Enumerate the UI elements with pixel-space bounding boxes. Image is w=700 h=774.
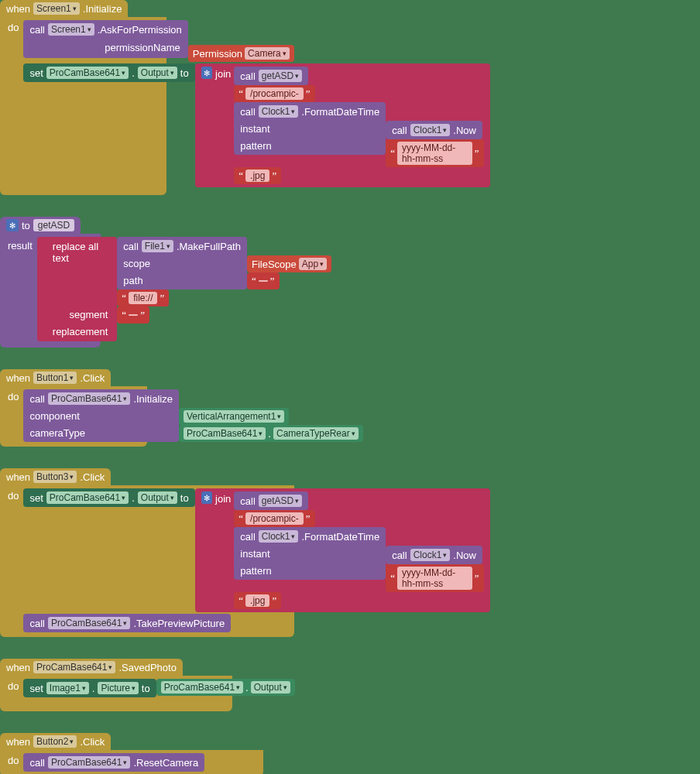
arg-path: path	[123, 275, 142, 286]
proc-dropdown-getasd[interactable]: getASD▾	[259, 70, 302, 82]
component-dropdown-button2[interactable]: Button2▾	[33, 735, 77, 748]
call-clock-now-1[interactable]: call Clock1▾ .Now	[386, 121, 482, 139]
when-screen1-initialize[interactable]: when Screen1▾ .Initialize do call Screen…	[0, 0, 700, 195]
gear-icon[interactable]: ✻	[201, 67, 212, 79]
get-procambase-output[interactable]: ProCamBase641▾ . Output▾	[156, 679, 295, 696]
set-output-b3[interactable]: set ProCamBase641▾ . Output▾ to	[23, 488, 194, 507]
string-fileuri[interactable]: “file://”	[117, 289, 169, 307]
chevron-down-icon: ▾	[73, 5, 77, 12]
string-empty-repl[interactable]: “ ”	[117, 307, 149, 324]
call-formatdatetime-2[interactable]: call Clock1▾ .FormatDateTime instant pat…	[234, 527, 386, 580]
prop-dropdown-output[interactable]: Output▾	[138, 67, 177, 79]
call-askforpermission[interactable]: call Screen1▾ .AskForPermission permissi…	[23, 20, 187, 58]
procedure-getasd[interactable]: ✻ to getASD result replace all text segm…	[0, 217, 700, 348]
event-hat-b1[interactable]: when Button1▾ .Click	[0, 369, 111, 386]
component-dropdown-button1[interactable]: Button1▾	[33, 372, 77, 384]
string-procampic-2[interactable]: “/procampic-”	[234, 510, 314, 527]
call-clock-now-2[interactable]: call Clock1▾ .Now	[386, 546, 482, 564]
string-datefmt-1[interactable]: “yyyy-MM-dd-hh-mm-ss”	[386, 139, 484, 167]
event-name: .Initialize	[83, 3, 122, 15]
string-datefmt-2[interactable]: “yyyy-MM-dd-hh-mm-ss”	[386, 564, 484, 592]
arg-instant: instant	[240, 123, 269, 135]
string-procampic-1[interactable]: “/procampic-”	[234, 85, 314, 102]
join-block-2[interactable]: ✻ join call getASD▾ “/procampic-”	[195, 488, 490, 612]
arg-segment: segment	[69, 309, 108, 320]
permission-enum[interactable]: Permission Camera▾	[188, 45, 294, 62]
call-formatdatetime-1[interactable]: call Clock1▾ .FormatDateTime instant pat…	[234, 102, 386, 155]
when-button2-click[interactable]: when Button2▾ .Click do call ProCamBase6…	[0, 733, 700, 774]
set-image1-picture[interactable]: set Image1▾ . Picture▾ to	[23, 679, 156, 697]
when-keyword: when	[6, 3, 30, 15]
set-output[interactable]: set ProCamBase641▾ . Output▾ to	[23, 63, 194, 82]
when-button1-click[interactable]: when Button1▾ .Click do call ProCamBase6…	[0, 369, 700, 447]
permission-value-dropdown[interactable]: Camera▾	[245, 47, 290, 60]
replace-all-text[interactable]: replace all text segment replacement	[37, 237, 118, 341]
string-jpg-2[interactable]: “.jpg”	[234, 592, 281, 609]
filescope-value-dropdown[interactable]: App▾	[299, 258, 327, 270]
result-keyword: result	[5, 237, 37, 252]
event-hat[interactable]: when Screen1▾ .Initialize	[0, 0, 128, 17]
component-dropdown-procambase[interactable]: ProCamBase641▾	[46, 67, 129, 79]
component-dropdown-screen1b[interactable]: Screen1▾	[48, 23, 94, 36]
component-dropdown-clock1[interactable]: Clock1▾	[259, 105, 299, 118]
component-dropdown-clock1b[interactable]: Clock1▾	[410, 124, 451, 136]
call-getasd-2[interactable]: call getASD▾	[234, 491, 308, 510]
arg-component: component	[29, 410, 79, 422]
arg-replacement: replacement	[53, 326, 108, 337]
string-jpg-1[interactable]: “.jpg”	[234, 167, 281, 184]
when-button3-click[interactable]: when Button3▾ .Click do set ProCamBase64…	[0, 468, 700, 637]
component-dropdown-file1[interactable]: File1▾	[142, 240, 173, 252]
component-dropdown-procambase-b1[interactable]: ProCamBase641▾	[48, 392, 130, 405]
component-ref-verticalarrangement1[interactable]: VerticalArrangement1▾	[179, 408, 289, 425]
get-cameratyperear[interactable]: ProCamBase641▾ . CameraTypeRear▾	[179, 425, 363, 442]
call-makefullpath[interactable]: call File1▾ .MakeFullPath scope path	[117, 237, 247, 289]
join-block-1[interactable]: ✻ join call getASD▾ “/procampic-”	[195, 63, 490, 187]
call-getasd-1[interactable]: call getASD▾	[234, 67, 308, 85]
event-hat-b3[interactable]: when Button3▾ .Click	[0, 468, 111, 485]
gear-icon[interactable]: ✻	[201, 491, 212, 504]
component-dropdown-procambase-sp[interactable]: ProCamBase641▾	[33, 661, 115, 673]
event-hat-b2[interactable]: when Button2▾ .Click	[0, 733, 111, 750]
arg-permissionname: permissionName	[105, 42, 180, 53]
arg-scope: scope	[123, 258, 150, 269]
procedure-hat[interactable]: ✻ to getASD	[0, 217, 81, 234]
arg-cameratype: cameraType	[29, 427, 85, 439]
when-savedphoto[interactable]: when ProCamBase641▾ .SavedPhoto do set I…	[0, 659, 700, 711]
call-resetcamera[interactable]: call ProCamBase641▾ .ResetCamera	[23, 753, 204, 772]
filescope-enum[interactable]: FileScope App▾	[247, 255, 331, 272]
event-hat-savedphoto[interactable]: when ProCamBase641▾ .SavedPhoto	[0, 659, 183, 676]
string-empty-path[interactable]: “ ”	[247, 272, 280, 289]
component-dropdown-button3[interactable]: Button3▾	[33, 471, 77, 483]
component-dropdown-screen1[interactable]: Screen1▾	[33, 2, 80, 15]
do-keyword: do	[5, 20, 23, 33]
call-procambase-initialize[interactable]: call ProCamBase641▾ .Initialize componen…	[23, 389, 178, 442]
call-takepreviewpicture[interactable]: call ProCamBase641▾ .TakePreviewPicture	[23, 614, 231, 632]
arg-pattern: pattern	[240, 140, 271, 152]
gear-icon[interactable]: ✻	[6, 219, 19, 231]
proc-name[interactable]: getASD	[33, 219, 74, 231]
